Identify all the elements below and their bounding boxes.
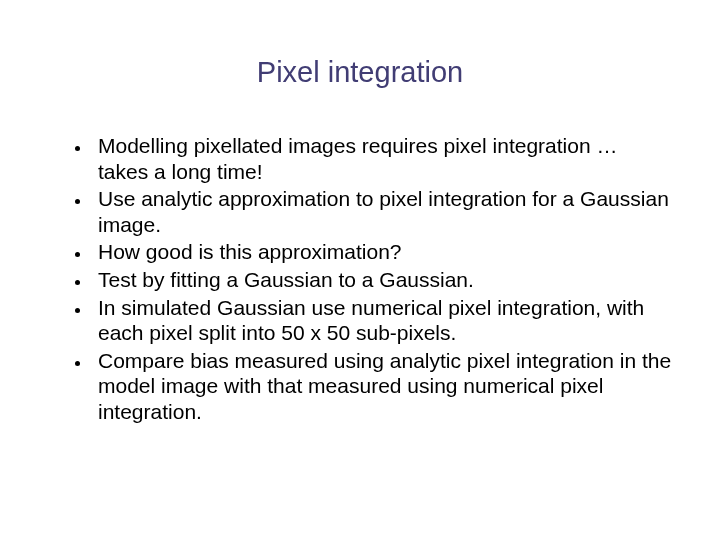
list-item: In simulated Gaussian use numerical pixe… bbox=[92, 295, 672, 346]
list-item: Compare bias measured using analytic pix… bbox=[92, 348, 672, 425]
list-item: Test by fitting a Gaussian to a Gaussian… bbox=[92, 267, 672, 293]
bullet-list: Modelling pixellated images requires pix… bbox=[48, 133, 672, 425]
list-item: How good is this approximation? bbox=[92, 239, 672, 265]
slide: Pixel integration Modelling pixellated i… bbox=[0, 0, 720, 540]
list-item: Use analytic approximation to pixel inte… bbox=[92, 186, 672, 237]
slide-title: Pixel integration bbox=[48, 56, 672, 89]
list-item: Modelling pixellated images requires pix… bbox=[92, 133, 672, 184]
